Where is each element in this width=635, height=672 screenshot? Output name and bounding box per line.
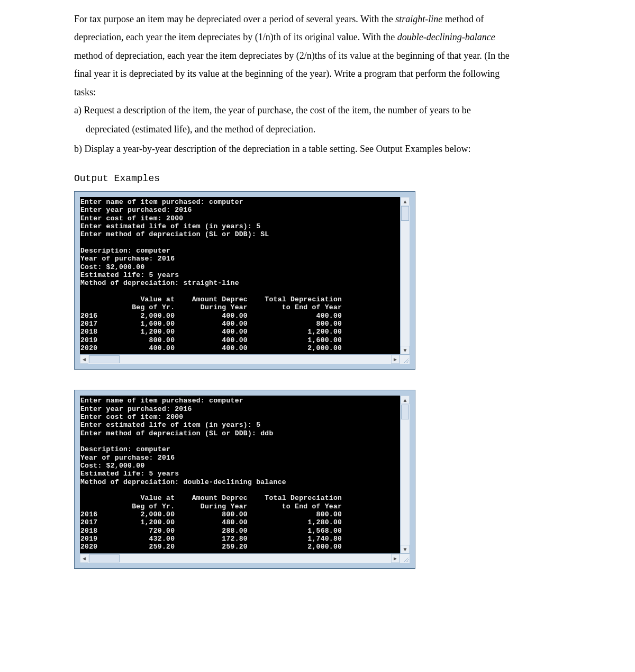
table-row: 2016 2,000.00 800.00 800.00 bbox=[80, 510, 342, 518]
console-line: Enter name of item purchased: computer bbox=[80, 397, 243, 405]
output-examples-heading: Output Examples bbox=[74, 173, 572, 184]
text: For tax purpose an item may be depreciat… bbox=[74, 14, 395, 24]
scroll-left-arrow-icon[interactable]: ◄ bbox=[80, 554, 88, 563]
vertical-scrollbar[interactable]: ▲ ▼ bbox=[400, 396, 410, 553]
console-line: Enter estimated life of item (in years):… bbox=[80, 421, 260, 429]
console-line: Description: computer bbox=[80, 445, 170, 453]
scroll-down-arrow-icon[interactable]: ▼ bbox=[401, 545, 410, 553]
scrollbar-thumb[interactable] bbox=[401, 405, 409, 419]
console-line: Enter year purchased: 2016 bbox=[80, 405, 192, 413]
paragraph-line: depreciation, each year the item depreci… bbox=[74, 29, 572, 46]
horizontal-scrollbar[interactable]: ◄ ► bbox=[80, 354, 410, 364]
scrollbar-thumb[interactable] bbox=[401, 206, 409, 221]
console-line: Enter cost of item: 2000 bbox=[80, 214, 183, 222]
table-row: 2018 1,200.00 400.00 1,200.00 bbox=[80, 328, 342, 336]
console-line: Enter name of item purchased: computer bbox=[80, 198, 243, 206]
paragraph-line: For tax purpose an item may be depreciat… bbox=[74, 11, 572, 28]
horizontal-scrollbar[interactable]: ◄ ► bbox=[80, 553, 410, 563]
table-header: Value at Amount Deprec Total Depreciatio… bbox=[80, 295, 342, 303]
console-line: Method of depreciation: straight-line bbox=[80, 279, 239, 287]
italic-term: double-declining-balance bbox=[397, 32, 495, 42]
scroll-up-arrow-icon[interactable]: ▲ bbox=[401, 396, 410, 404]
console-output: Enter name of item purchased: computer E… bbox=[80, 197, 400, 354]
console-line: Enter cost of item: 2000 bbox=[80, 413, 183, 421]
scroll-down-arrow-icon[interactable]: ▼ bbox=[401, 346, 410, 354]
console-window-sl: Enter name of item purchased: computer E… bbox=[74, 191, 415, 370]
table-header: Value at Amount Deprec Total Depreciatio… bbox=[80, 494, 342, 502]
table-row: 2019 432.00 172.80 1,740.80 bbox=[80, 535, 342, 543]
scrollbar-thumb[interactable] bbox=[89, 554, 120, 562]
console-line: Enter method of depreciation (SL or DDB)… bbox=[80, 429, 274, 437]
resize-grip-icon[interactable] bbox=[400, 355, 410, 364]
console-line: Enter method of depreciation (SL or DDB)… bbox=[80, 230, 269, 238]
console-output: Enter name of item purchased: computer E… bbox=[80, 396, 400, 553]
table-header: Beg of Yr. During Year to End of Year bbox=[80, 503, 342, 510]
scrollbar-track[interactable] bbox=[401, 420, 410, 544]
task-a-line1: a) Request a description of the item, th… bbox=[74, 102, 572, 119]
document-page: For tax purpose an item may be depreciat… bbox=[0, 0, 635, 610]
scroll-up-arrow-icon[interactable]: ▲ bbox=[401, 197, 410, 205]
table-row: 2017 1,200.00 480.00 1,280.00 bbox=[80, 518, 342, 526]
scroll-left-arrow-icon[interactable]: ◄ bbox=[80, 355, 88, 364]
table-header: Beg of Yr. During Year to End of Year bbox=[80, 303, 342, 311]
text: depreciation, each year the item depreci… bbox=[74, 32, 397, 42]
text: method of bbox=[442, 14, 484, 24]
console-body: Enter name of item purchased: computer E… bbox=[80, 197, 410, 354]
paragraph-line: tasks: bbox=[74, 84, 572, 101]
console-body: Enter name of item purchased: computer E… bbox=[80, 396, 410, 553]
scroll-right-arrow-icon[interactable]: ► bbox=[391, 554, 400, 563]
console-line: Year of purchase: 2016 bbox=[80, 454, 175, 462]
scrollbar-track[interactable] bbox=[120, 554, 391, 563]
scroll-right-arrow-icon[interactable]: ► bbox=[391, 355, 400, 364]
table-row: 2020 400.00 400.00 2,000.00 bbox=[80, 344, 342, 352]
console-line: Enter year purchased: 2016 bbox=[80, 206, 192, 214]
console-line: Description: computer bbox=[80, 247, 170, 255]
scrollbar-track[interactable] bbox=[401, 221, 410, 346]
table-row: 2019 800.00 400.00 1,600.00 bbox=[80, 336, 342, 344]
italic-term: straight-line bbox=[395, 14, 442, 24]
paragraph-line: final year it is depreciated by its valu… bbox=[74, 65, 572, 82]
task-a-line2: depreciated (estimated life), and the me… bbox=[74, 121, 572, 138]
table-row: 2018 720.00 288.00 1,568.00 bbox=[80, 527, 342, 535]
console-line: Estimated life: 5 years bbox=[80, 271, 179, 279]
table-row: 2016 2,000.00 400.00 400.00 bbox=[80, 312, 342, 320]
console-line: Cost: $2,000.00 bbox=[80, 263, 145, 271]
table-row: 2020 259.20 259.20 2,000.00 bbox=[80, 543, 342, 551]
resize-grip-icon[interactable] bbox=[400, 554, 410, 563]
scrollbar-track[interactable] bbox=[120, 355, 391, 364]
task-b: b) Display a year-by-year description of… bbox=[74, 140, 572, 157]
problem-statement: For tax purpose an item may be depreciat… bbox=[74, 11, 572, 157]
table-row: 2017 1,600.00 400.00 800.00 bbox=[80, 320, 342, 328]
console-line: Enter estimated life of item (in years):… bbox=[80, 222, 260, 230]
vertical-scrollbar[interactable]: ▲ ▼ bbox=[400, 197, 410, 354]
console-line: Estimated life: 5 years bbox=[80, 470, 179, 478]
scrollbar-thumb[interactable] bbox=[89, 355, 120, 363]
console-line: Method of depreciation: double-declining… bbox=[80, 478, 286, 486]
console-line: Cost: $2,000.00 bbox=[80, 462, 145, 470]
console-window-ddb: Enter name of item purchased: computer E… bbox=[74, 390, 415, 568]
paragraph-line: method of depreciation, each year the it… bbox=[74, 47, 572, 64]
console-line: Year of purchase: 2016 bbox=[80, 255, 175, 263]
